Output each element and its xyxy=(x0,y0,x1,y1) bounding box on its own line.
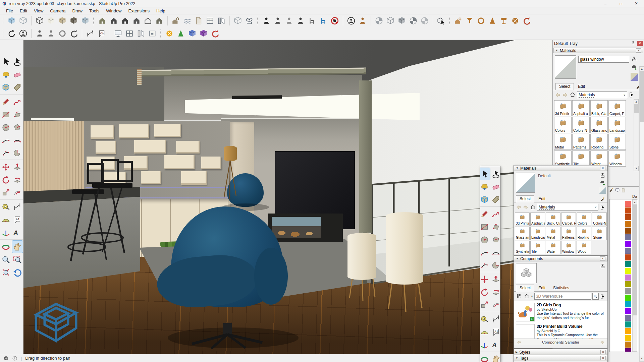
color-swatch[interactable] xyxy=(625,214,631,220)
plugin-box-icon[interactable] xyxy=(186,28,198,39)
hide-rest-icon[interactable] xyxy=(232,15,244,26)
color-swatch[interactable] xyxy=(625,348,631,352)
color-swatch[interactable] xyxy=(625,321,631,327)
color-swatch[interactable] xyxy=(625,335,631,341)
material-folder[interactable]: Synthetic xyxy=(515,241,530,254)
material-folder[interactable]: Asphalt a xyxy=(530,213,545,226)
pan-tool[interactable] xyxy=(12,241,23,253)
wireframe-icon[interactable] xyxy=(34,15,45,26)
face-style-both-icon[interactable] xyxy=(396,15,408,26)
material-folder[interactable]: Roofing xyxy=(590,134,608,150)
details-arrow-icon[interactable] xyxy=(600,204,605,210)
photo-textures-icon[interactable] xyxy=(193,15,204,26)
vray-sphere-icon[interactable] xyxy=(509,15,521,26)
create-material-icon[interactable] xyxy=(599,180,606,186)
sphere-half-icon[interactable] xyxy=(419,15,430,26)
plugin-tree-icon[interactable] xyxy=(175,28,186,39)
section-plane-icon[interactable] xyxy=(204,15,216,26)
rectangle-tool[interactable] xyxy=(480,221,490,233)
dialog-two-icon[interactable] xyxy=(135,28,147,39)
sample-paint-icon[interactable] xyxy=(609,188,614,193)
material-folder[interactable]: Window xyxy=(608,150,626,167)
iso-view-icon[interactable] xyxy=(97,15,108,26)
material-folder[interactable]: Roofing xyxy=(577,227,591,240)
components-tab[interactable]: Edit xyxy=(535,285,549,291)
orbit-icon[interactable] xyxy=(6,28,17,39)
color-swatch[interactable] xyxy=(625,228,631,234)
material-folder[interactable]: 3d Printir xyxy=(515,213,530,226)
walk-tool-icon[interactable] xyxy=(357,15,368,26)
axes-tool[interactable] xyxy=(1,226,11,238)
toolbar-grip[interactable] xyxy=(2,29,4,38)
material-folder[interactable]: Patterns xyxy=(572,134,590,150)
three-point-arc-tool[interactable] xyxy=(480,259,490,271)
person-add-icon[interactable] xyxy=(295,15,306,26)
materials-section-header[interactable]: ▼ Materials ✕ xyxy=(553,48,643,53)
push-pull-tool[interactable] xyxy=(12,161,23,173)
line-tool[interactable] xyxy=(480,208,490,220)
rotated-rectangle-tool[interactable] xyxy=(491,221,501,233)
home-icon[interactable] xyxy=(524,293,530,299)
orbit-tool[interactable] xyxy=(480,353,490,362)
material-folder[interactable]: Window xyxy=(561,241,576,254)
scale-tool[interactable] xyxy=(480,299,490,311)
material-folder[interactable]: Colors-N xyxy=(592,213,607,226)
zoom-extents-tool[interactable] xyxy=(1,266,11,278)
color-swatch[interactable] xyxy=(625,207,631,214)
look-person-icon[interactable] xyxy=(272,15,283,26)
materials-tab[interactable]: Select xyxy=(516,195,534,202)
material-folder[interactable]: Wood xyxy=(577,241,591,254)
close-icon[interactable]: ✕ xyxy=(600,256,605,261)
component-tool[interactable] xyxy=(480,193,490,205)
dimension-line-icon[interactable] xyxy=(85,28,96,39)
move-tool[interactable] xyxy=(480,273,490,285)
materials-tab[interactable]: Select xyxy=(555,83,574,90)
material-folder[interactable]: Tile xyxy=(530,241,545,254)
overlay-window-icon[interactable] xyxy=(112,28,124,39)
material-name-input[interactable] xyxy=(578,56,629,63)
polygon-tool[interactable] xyxy=(491,233,501,245)
front-view-icon[interactable] xyxy=(119,15,131,26)
pan-tool[interactable] xyxy=(491,353,501,362)
dimension-tool[interactable] xyxy=(12,201,23,213)
styles-header[interactable]: ▶ Styles ✕ xyxy=(514,349,607,355)
toolbar-grip[interactable] xyxy=(160,29,162,38)
material-folder[interactable]: Patterns xyxy=(561,227,576,240)
color-swatch[interactable] xyxy=(625,254,631,260)
search-button[interactable] xyxy=(592,293,599,300)
material-folder[interactable]: Brick, Cla xyxy=(546,213,560,226)
offset-tool[interactable] xyxy=(12,186,23,198)
materials-scrollbar[interactable]: ▲ ▼ xyxy=(634,99,639,171)
face-style-back-icon[interactable] xyxy=(385,15,396,26)
material-folder[interactable]: Colors xyxy=(577,213,591,226)
material-folder[interactable]: Water xyxy=(546,241,560,254)
material-folder[interactable]: Brick, Cla xyxy=(590,100,608,116)
collections-dropdown[interactable]: Materials ∨ xyxy=(577,92,627,98)
forward-arrow-icon[interactable] xyxy=(562,92,568,98)
floating-materials-header[interactable]: ▼ Materials ✕ xyxy=(514,165,607,171)
material-folder[interactable]: Glass anc xyxy=(590,117,608,133)
three-d-text-tool[interactable] xyxy=(12,226,23,238)
tag-tool[interactable] xyxy=(491,193,501,205)
back-arrow-icon[interactable] xyxy=(555,92,561,98)
axes-tool[interactable] xyxy=(480,339,490,351)
shaded-icon[interactable] xyxy=(57,15,68,26)
color-swatch[interactable] xyxy=(625,275,631,281)
create-material-icon[interactable] xyxy=(631,64,638,71)
protractor-tool[interactable] xyxy=(480,326,490,338)
vray-asset-editor-icon[interactable] xyxy=(452,15,464,26)
material-folder[interactable]: Tile xyxy=(572,150,590,167)
paint-screen-icon[interactable] xyxy=(615,188,620,193)
material-folder[interactable]: Stone xyxy=(592,227,607,240)
chair-paint-icon[interactable] xyxy=(318,15,329,26)
collections-dropdown[interactable]: Materials ∨ xyxy=(537,204,598,210)
warehouse-search-input[interactable]: 3D Warehouse xyxy=(534,293,591,300)
plugin-sun-icon[interactable] xyxy=(164,28,175,39)
close-button[interactable]: ✕ xyxy=(629,0,644,7)
material-folder[interactable]: Stone xyxy=(608,134,626,150)
walk-icon[interactable] xyxy=(45,28,57,39)
rendering-off-icon[interactable] xyxy=(329,15,340,26)
zoom-tool[interactable] xyxy=(1,253,11,265)
next-collection-icon[interactable] xyxy=(600,340,605,345)
interact-tool-icon[interactable] xyxy=(435,15,447,26)
